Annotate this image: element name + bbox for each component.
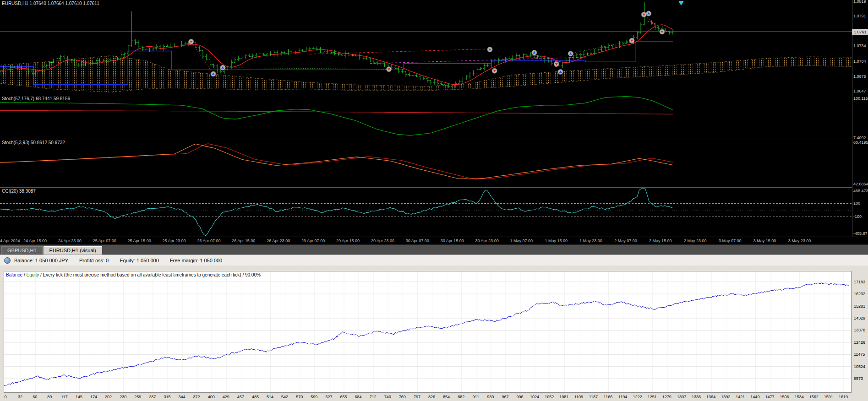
tester-y-label: 15281 (854, 304, 865, 309)
tester-y-label: 17183 (854, 280, 865, 284)
stoch-slow-panel[interactable]: Stoch(57,176,7) 68.7441 59.8156 (0, 95, 852, 139)
tester-status-icon (4, 257, 11, 264)
price-chart-canvas[interactable] (0, 0, 852, 95)
tester-x-label: 1222 (633, 395, 642, 399)
equity-curve-canvas[interactable] (4, 271, 851, 392)
trade-marker (189, 39, 194, 44)
price-chart-panel[interactable]: EURUSD,H1 1.07640 1.07664 1.07610 1.0761… (0, 0, 852, 95)
tester-x-label: 1137 (589, 395, 598, 399)
stoch-fast-panel[interactable]: Stoch(5,3,93) 50.8612 50.9732 (0, 139, 852, 187)
time-axis-label: 26 Apr 15:00 (232, 238, 255, 243)
tester-x-label: 315 (164, 395, 170, 399)
tester-x-label: 372 (193, 395, 200, 399)
indicator-scale-label: 60.4195 (853, 140, 868, 145)
tester-x-label: 1562 (809, 395, 819, 399)
trade-marker (211, 71, 216, 76)
tester-x-label: 882 (458, 395, 464, 399)
price-scale[interactable]: 1.08191.07911.07341.07041.06751.06471.07… (852, 0, 868, 237)
tester-graph-section: Balance / Equity / Every tick (the most … (0, 266, 868, 401)
time-axis-label: 29 Apr 23:00 (371, 238, 394, 243)
time-axis-label: 1 May 23:00 (579, 238, 602, 243)
panel-divider[interactable] (0, 139, 868, 139)
time-axis-label: 3 May 15:00 (753, 238, 776, 243)
time-axis-label: 26 Apr 23:00 (267, 238, 290, 243)
price-scale-label: 1.0675 (853, 74, 866, 79)
cci-panel[interactable]: CCI(20) 38.9087 (0, 188, 852, 237)
chart-area[interactable]: EURUSD,H1 1.07640 1.07664 1.07610 1.0761… (0, 0, 868, 244)
status-profit-loss: Profit/Loss: 0 (79, 258, 109, 263)
tester-x-label: 1279 (662, 395, 671, 399)
tester-x-label: 627 (325, 395, 332, 399)
tester-x-label: 655 (340, 395, 347, 399)
tester-x-label: 1392 (721, 395, 730, 399)
tester-x-label: 259 (134, 395, 141, 399)
tester-x-label: 769 (399, 395, 406, 399)
indicator-scale-label: 100 (853, 201, 860, 206)
time-axis-label: 4 Apr 2024 (0, 238, 20, 243)
balance-equity-graph[interactable]: Balance / Equity / Every tick (the most … (4, 271, 852, 393)
trade-marker (492, 68, 497, 73)
time-axis-label: 2 May 15:00 (649, 238, 672, 243)
time-axis-label: 25 Apr 15:00 (128, 238, 151, 243)
chart-tab-bar: GBPUSD,H1 EURUSD,H1 (visual) (0, 244, 868, 255)
tester-x-label: 1591 (824, 395, 833, 399)
indicator-scale-label: -405.87 (853, 231, 868, 236)
tester-x-label: 485 (252, 395, 259, 399)
indicator-scale-label: 468.473 (853, 189, 868, 193)
strategy-tester-visual-window: EURUSD,H1 1.07640 1.07664 1.07610 1.0761… (0, 0, 868, 401)
status-equity: Equity: 1 050 000 (120, 258, 159, 263)
tester-x-label: 1166 (604, 395, 612, 399)
price-scale-label: 1.0704 (853, 59, 866, 64)
tester-x-label: 740 (384, 395, 391, 399)
trade-marker (641, 12, 646, 17)
legend-method: / Every tick (the most precise method ba… (39, 272, 261, 277)
panel-divider[interactable] (0, 187, 868, 188)
tester-x-label: 854 (443, 395, 450, 399)
time-axis-label: 3 May 23:00 (788, 238, 811, 243)
tester-x-label: 1052 (545, 395, 554, 399)
tester-x-label: 996 (516, 395, 523, 399)
tester-x-label: 1364 (706, 395, 715, 399)
tester-x-label: 514 (267, 395, 273, 399)
tester-x-label: 542 (281, 395, 288, 399)
graph-legend: Balance / Equity / Every tick (the most … (6, 272, 261, 277)
time-axis-label: 29 Apr 15:00 (336, 238, 360, 243)
trade-marker (646, 11, 651, 16)
price-pointer-icon (678, 1, 684, 5)
tester-x-label: 1449 (750, 395, 759, 399)
time-axis[interactable]: 4 Apr 202424 Apr 15:0024 Apr 23:0025 Apr… (0, 237, 868, 244)
status-bar: Balance: 1 050 000 JPY Profit/Loss: 0 Eq… (0, 255, 868, 266)
status-free-margin: Free margin: 1 050 000 (170, 258, 222, 263)
stoch-fast-canvas[interactable] (0, 139, 852, 187)
indicator-scale-label: 42.6864 (853, 182, 868, 186)
tester-x-label: 826 (428, 395, 435, 399)
panel-divider[interactable] (0, 95, 868, 95)
tester-x-label: 1477 (765, 395, 774, 399)
stoch-slow-canvas[interactable] (0, 95, 852, 139)
tester-x-label: 1421 (736, 395, 745, 399)
cci-label: CCI(20) 38.9087 (2, 189, 36, 194)
tester-y-label: 10524 (854, 364, 865, 369)
tester-x-label: 1336 (692, 395, 701, 399)
tester-x-label: 202 (105, 395, 112, 399)
time-axis-label: 1 May 15:00 (545, 238, 568, 243)
tester-x-label: 0 (4, 395, 6, 399)
trade-marker (387, 67, 392, 72)
time-axis-label: 26 Apr 07:00 (197, 238, 220, 243)
trade-marker (554, 61, 559, 66)
cci-canvas[interactable] (0, 188, 852, 237)
trade-marker (568, 51, 573, 56)
stoch-fast-label: Stoch(5,3,93) 50.8612 50.9732 (2, 140, 65, 145)
chart-tab-eurusd-visual[interactable]: EURUSD,H1 (visual) (44, 246, 102, 255)
tester-y-label: 11475 (854, 352, 865, 357)
chart-tab-gbpusd[interactable]: GBPUSD,H1 (1, 246, 43, 255)
price-scale-label: 1.0791 (853, 14, 866, 18)
tester-x-label: 1194 (618, 395, 627, 399)
tester-x-label: 89 (47, 395, 52, 399)
time-axis-label: 25 Apr 23:00 (163, 238, 186, 243)
tester-x-label: 1109 (574, 395, 583, 399)
tester-x-label: 117 (61, 395, 67, 399)
tester-y-label: 16232 (854, 292, 865, 296)
tester-y-label: 13378 (854, 328, 865, 332)
time-axis-label: 30 Apr 23:00 (475, 238, 499, 243)
